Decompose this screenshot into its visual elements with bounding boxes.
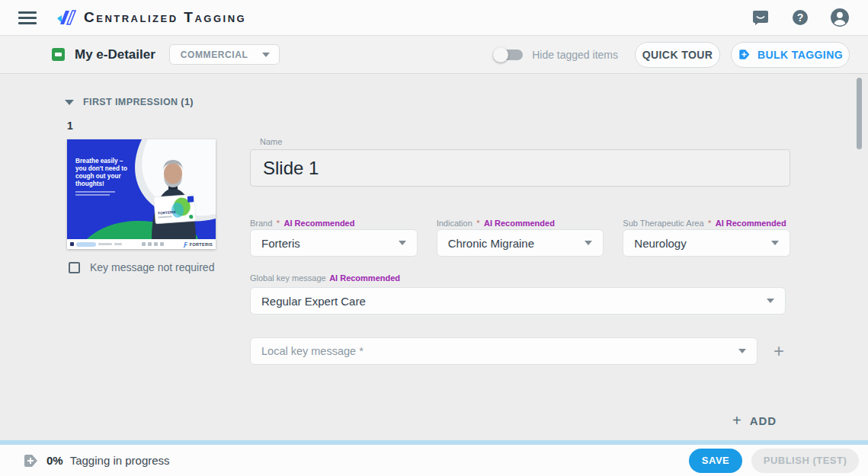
required-asterisk: *: [277, 219, 280, 228]
toolbar-actions: Hide tagged items QUICK TOUR BULK TAGGIN…: [495, 42, 868, 68]
thumb-action-icon: [148, 242, 152, 246]
tag-fields-row: Brand * AI Recommended Forteris Indicati…: [250, 216, 790, 257]
thumb-action-icon: [160, 242, 164, 246]
progress-percent: 0%: [46, 454, 63, 467]
thumb-brand-mark: Ƒ: [184, 241, 187, 247]
slide-thumbnail[interactable]: FORTERIS Breathe easily – you don't need…: [67, 139, 216, 249]
add-button[interactable]: + ADD: [732, 412, 777, 430]
indication-field: Indication * AI Recommended Chronic Migr…: [437, 216, 604, 257]
detailer-toolbar: My e-Detailer COMMERCIAL Hide tagged ite…: [0, 36, 868, 74]
name-input[interactable]: [250, 149, 790, 187]
sub-therapeutic-area-select[interactable]: Neurology: [623, 229, 790, 257]
ai-recommended-badge: AI Recommended: [716, 219, 786, 228]
classification-value: COMMERCIAL: [181, 50, 248, 60]
add-local-key-message-button[interactable]: +: [774, 342, 784, 360]
sub-therapeutic-area-value: Neurology: [634, 237, 686, 250]
global-key-message-label: Global key message AI Recommended: [250, 270, 786, 284]
thumb-home-icon: [70, 242, 74, 246]
hide-tagged-toggle[interactable]: [495, 50, 523, 60]
local-key-message-select[interactable]: Local key message *: [250, 337, 757, 365]
slide-artwork: FORTERIS Breathe easily – you don't need…: [67, 139, 216, 239]
bulk-tagging-button[interactable]: BULK TAGGING: [731, 42, 850, 68]
chevron-down-icon: [399, 241, 406, 245]
app-title: Centralized Tagging: [84, 9, 246, 26]
section-count: (1): [181, 97, 193, 107]
footer-bar: 0% Tagging in progress SAVE PUBLISH (TES…: [0, 440, 868, 476]
thumb-brand-logo: FORTERIS: [190, 242, 213, 247]
chevron-down-icon: [738, 349, 746, 353]
classification-dropdown[interactable]: COMMERCIAL: [169, 44, 280, 65]
key-message-not-required-row: Key message not required: [69, 261, 214, 273]
progress-status-text: Tagging in progress: [70, 454, 170, 467]
plus-icon: +: [732, 412, 742, 430]
name-field-label: Name: [260, 137, 282, 146]
add-button-label: ADD: [750, 414, 777, 427]
save-button[interactable]: SAVE: [689, 449, 742, 473]
section-first-impression[interactable]: FIRST IMPRESSION (1): [65, 97, 194, 107]
main-content: FIRST IMPRESSION (1) 1 FOR: [0, 74, 868, 440]
required-asterisk: *: [708, 219, 711, 228]
ai-recommended-badge: AI Recommended: [329, 273, 400, 283]
sub-therapeutic-area-field: Sub Therapeutic Area * AI Recommended Ne…: [623, 216, 790, 257]
brand-field-label: Brand * AI Recommended: [250, 216, 418, 226]
collapse-chevron-icon: [65, 100, 74, 105]
presentation-icon: [52, 48, 65, 61]
local-key-message-row: Local key message * +: [250, 337, 784, 365]
account-icon[interactable]: [830, 8, 850, 27]
tag-plus-icon: [738, 48, 751, 61]
tag-plus-icon: [21, 452, 40, 469]
global-key-message-value: Regular Expert Care: [261, 295, 366, 308]
thumb-nav-text: [114, 243, 122, 245]
quick-tour-label: QUICK TOUR: [642, 49, 713, 61]
chevron-down-icon: [585, 241, 592, 245]
hide-tagged-label: Hide tagged items: [532, 49, 618, 61]
ai-recommended-badge: AI Recommended: [284, 219, 355, 228]
key-message-checkbox[interactable]: [69, 262, 80, 273]
local-key-message-placeholder: Local key message *: [261, 345, 364, 357]
svg-text:?: ?: [797, 11, 804, 24]
brand-value: Forteris: [261, 237, 300, 250]
ai-recommended-badge: AI Recommended: [484, 219, 555, 228]
global-key-message-select[interactable]: Regular Expert Care: [250, 287, 786, 315]
app-logo-icon: [55, 8, 78, 27]
footer-row: 0% Tagging in progress SAVE PUBLISH (TES…: [0, 445, 868, 476]
global-key-message-field: Global key message AI Recommended Regula…: [250, 270, 786, 315]
indication-value: Chronic Migraine: [448, 237, 534, 250]
feedback-chat-icon[interactable]: [751, 8, 770, 27]
thumb-nav-pill: [76, 242, 96, 247]
bulk-tagging-label: BULK TAGGING: [757, 49, 843, 61]
slide-number: 1: [67, 120, 73, 132]
slide-footer-strip: Ƒ FORTERIS: [67, 239, 216, 249]
brand-field: Brand * AI Recommended Forteris: [250, 216, 418, 257]
quick-tour-button[interactable]: QUICK TOUR: [635, 42, 720, 68]
vertical-scrollbar-thumb[interactable]: [857, 78, 862, 149]
detailer-title: My e-Detailer: [75, 47, 155, 62]
app-window: Centralized Tagging ?: [0, 0, 868, 476]
indication-field-label: Indication * AI Recommended: [437, 216, 604, 226]
key-message-checkbox-label: Key message not required: [90, 261, 214, 273]
chevron-down-icon: [262, 53, 270, 57]
thumb-action-icon: [142, 242, 146, 246]
chevron-down-icon: [771, 241, 779, 245]
thumb-nav-text: [98, 243, 112, 245]
thumb-action-icon: [154, 242, 158, 246]
top-app-bar: Centralized Tagging ?: [0, 0, 868, 36]
publish-test-button[interactable]: PUBLISH (TEST): [751, 449, 859, 473]
hamburger-menu-icon[interactable]: [18, 11, 37, 24]
sub-therapeutic-area-label: Sub Therapeutic Area * AI Recommended: [623, 216, 790, 226]
section-title: FIRST IMPRESSION (1): [83, 97, 194, 107]
help-icon[interactable]: ?: [790, 8, 810, 27]
brand-select[interactable]: Forteris: [250, 229, 418, 257]
topbar-actions: ?: [751, 8, 868, 27]
chevron-down-icon: [767, 299, 774, 303]
required-asterisk: *: [476, 219, 479, 228]
indication-select[interactable]: Chronic Migraine: [437, 229, 604, 257]
